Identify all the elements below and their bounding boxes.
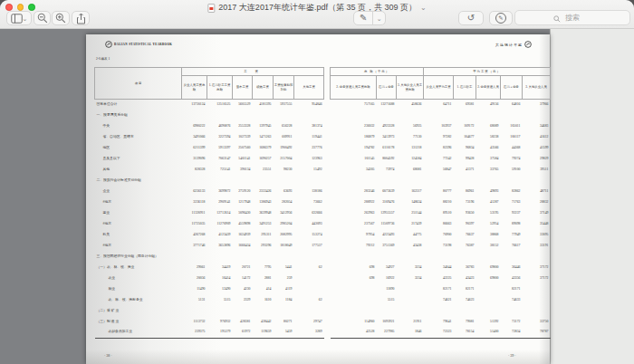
cell: 5515 bbox=[207, 295, 233, 306]
cell: 124584 bbox=[397, 154, 424, 165]
cell: 29747 bbox=[294, 317, 324, 328]
cell: 1610 bbox=[253, 295, 274, 306]
zoom-out-button[interactable] bbox=[34, 11, 51, 25]
cell: 15492 bbox=[294, 165, 324, 176]
cell: 5401141 bbox=[233, 154, 253, 165]
yearbook-logo-icon bbox=[105, 41, 112, 48]
cell: 62 bbox=[294, 263, 324, 273]
close-button[interactable] bbox=[5, 4, 13, 11]
markup-pencil-icon[interactable]: ✎ bbox=[354, 14, 372, 23]
table-row bbox=[331, 306, 551, 317]
cell: 80271 bbox=[274, 317, 294, 328]
cell: 414 bbox=[253, 284, 274, 295]
cell: 12490 bbox=[207, 284, 233, 295]
cell: 3491066 bbox=[182, 132, 207, 143]
cell: 656228 bbox=[274, 121, 294, 132]
cell: 78154 bbox=[454, 328, 476, 339]
table-row: 7921237513694343873198763873815276617331… bbox=[331, 241, 551, 252]
cell: 56847 bbox=[424, 165, 454, 176]
view-menu-button[interactable]: ⌄ bbox=[6, 11, 32, 25]
cell: 80777 bbox=[424, 187, 454, 197]
cell: 49156 bbox=[476, 100, 501, 110]
cell bbox=[331, 176, 551, 187]
table-row: 机关42672684123439162493929531120829951532… bbox=[95, 230, 324, 241]
row-label: 农、林、牧、渔服务业 bbox=[95, 295, 182, 306]
cell: 2082995 bbox=[274, 230, 294, 241]
cell: 82171 bbox=[424, 284, 454, 295]
cell: 63693 bbox=[274, 187, 294, 197]
cell: 93650 bbox=[454, 208, 476, 219]
table-row: 3430573974680815684741371337655910039511 bbox=[331, 165, 551, 176]
cell: 2759120 bbox=[233, 187, 253, 197]
zoom-in-button[interactable] bbox=[52, 11, 70, 25]
annotate-pencil-icon: ✎ bbox=[498, 15, 503, 21]
cell: 251144 bbox=[397, 208, 424, 219]
cell: 41599 bbox=[523, 143, 551, 154]
cell: 11725035 bbox=[182, 219, 207, 230]
table-row: 2629631295555725114489510936505319592237… bbox=[331, 208, 551, 219]
table-row: 中央69802224690876255332813979456562283813… bbox=[95, 121, 324, 132]
cell: 52954 bbox=[476, 219, 501, 230]
left-table: 项 目 工 资 从业人员工资总额 1. 在岗职工工资总额 基本工资 绩效工资 工… bbox=[94, 67, 324, 339]
cell: 29061 bbox=[182, 263, 207, 273]
cell: 5515 bbox=[377, 295, 397, 306]
fullscreen-button[interactable] bbox=[28, 4, 35, 11]
cell: 194782 bbox=[331, 143, 377, 154]
document-viewport[interactable]: DALIAN STATISTICAL YEARBOOK 大连统计年鉴 2-6 续… bbox=[0, 29, 634, 364]
cell: 42528 bbox=[331, 328, 377, 339]
cell: 148634 bbox=[397, 197, 424, 208]
cell: 77949 bbox=[501, 230, 523, 241]
cell: 3109476 bbox=[377, 197, 397, 208]
rotate-button[interactable]: ↺ bbox=[458, 11, 484, 25]
window-title-group[interactable]: 2017 大连2017年统计年鉴.pdf（第 35 页，共 309 页） ⌄ bbox=[207, 2, 426, 14]
column-header: 在岗＋劳务 bbox=[501, 76, 523, 100]
cell: 23551 bbox=[253, 165, 274, 176]
cell: 51392 bbox=[476, 317, 501, 328]
search-input[interactable] bbox=[515, 11, 629, 24]
cell: 41371 bbox=[454, 165, 476, 176]
row-label: 企业 bbox=[95, 187, 182, 197]
markup-button-group[interactable]: ✎ ⌄ bbox=[353, 11, 386, 25]
cell: 5605529 bbox=[233, 100, 253, 110]
cell bbox=[331, 252, 551, 263]
cell: 3639948 bbox=[253, 208, 274, 219]
cell: 20721 bbox=[233, 263, 253, 273]
cell: 34044 bbox=[424, 263, 454, 273]
cell bbox=[294, 306, 324, 317]
titlebar: 2017 大连2017年统计年鉴.pdf（第 35 页，共 309 页） ⌄ ⌄ bbox=[0, 0, 634, 29]
minimize-button[interactable] bbox=[17, 4, 24, 11]
cell: 34419 bbox=[207, 263, 233, 273]
row-label: 农副食品加工业 bbox=[95, 328, 182, 339]
cell: 259 bbox=[274, 273, 294, 284]
row-label: 省、自治区、直辖市 bbox=[95, 132, 182, 143]
cell: 68081 bbox=[397, 165, 424, 176]
annotate-button[interactable]: ✎ bbox=[489, 11, 513, 25]
cell: 119441 bbox=[294, 132, 324, 143]
cell: 73196 bbox=[454, 197, 476, 208]
cell bbox=[476, 295, 501, 306]
share-button[interactable] bbox=[72, 11, 90, 25]
cell bbox=[233, 306, 253, 317]
cell: 11320911 bbox=[182, 208, 207, 219]
cell: 70900 bbox=[424, 230, 454, 241]
cell: 1666434 bbox=[233, 241, 253, 252]
cell: 82171 bbox=[454, 284, 476, 295]
markup-chevron-down-icon[interactable]: ⌄ bbox=[373, 16, 385, 21]
table-row: （二）采 矿 业 bbox=[95, 306, 324, 317]
cell: 77130 bbox=[397, 132, 424, 143]
traffic-lights bbox=[5, 4, 35, 11]
cell: 41612 bbox=[523, 132, 551, 143]
cell: 73974 bbox=[377, 165, 397, 176]
cell: 2909141 bbox=[207, 197, 233, 208]
cell: 104677 bbox=[454, 132, 476, 143]
cell: 69800 bbox=[476, 263, 501, 273]
search-field[interactable] bbox=[514, 10, 630, 25]
row-label: 二、按执行会计标准类别分组 bbox=[95, 176, 324, 187]
cell: 295311 bbox=[253, 230, 274, 241]
cell: 5096430 bbox=[233, 208, 253, 219]
row-label: 其他 bbox=[95, 165, 182, 176]
cell: 34305 bbox=[331, 165, 377, 176]
table-row: 二、按执行会计标准类别分组 bbox=[95, 176, 324, 187]
cell: 4223493 bbox=[377, 230, 397, 241]
cell: 33191 bbox=[523, 241, 551, 252]
